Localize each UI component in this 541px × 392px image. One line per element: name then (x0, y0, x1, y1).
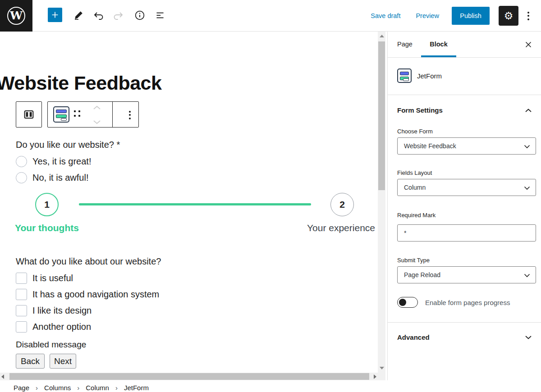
pencil-icon (73, 10, 84, 21)
block-movers (89, 105, 105, 125)
checkbox-input[interactable] (16, 289, 27, 300)
chevron-up-icon[interactable] (525, 108, 532, 113)
radio-option-label: Yes, it is great! (32, 156, 91, 167)
list-view-icon (154, 9, 166, 21)
preview-button[interactable]: Preview (416, 12, 439, 19)
undo-icon (93, 10, 105, 21)
progress-line (79, 203, 311, 205)
editor-top-bar: W Save draft Preview Publish ⚙ (0, 0, 541, 32)
breadcrumb-item-jetform[interactable]: JetForm (124, 384, 149, 392)
toolbar-separator (112, 101, 113, 128)
horizontal-scrollbar[interactable] (0, 373, 378, 380)
settings-toggle-button[interactable]: ⚙ (499, 6, 518, 26)
form-settings-panel-title[interactable]: Form Settings (397, 106, 443, 114)
advanced-panel-title[interactable]: Advanced (397, 333, 430, 341)
move-up-icon[interactable] (93, 105, 101, 110)
checkbox-input[interactable] (16, 321, 27, 333)
editor-canvas: Website Feedback Do you like o (0, 32, 378, 373)
checkbox-option-row: Another option (16, 321, 91, 333)
step-1-number: 1 (44, 199, 50, 210)
publish-button[interactable]: Publish (452, 7, 490, 25)
block-breadcrumb: Page › Columns › Column › JetForm (0, 380, 541, 392)
wordpress-editor: W Save draft Preview Publish ⚙ (0, 0, 541, 392)
chevron-down-icon (524, 186, 530, 190)
chevron-right-icon: › (115, 384, 118, 392)
drag-handle-icon[interactable] (74, 110, 80, 117)
submit-type-value: Page Reload (404, 271, 440, 278)
top-bar-actions: Save draft Preview Publish ⚙ (371, 0, 541, 32)
chevron-right-icon: › (77, 384, 79, 392)
step-2-number: 2 (339, 199, 345, 210)
block-card-title: JetForm (417, 72, 442, 80)
radio-input[interactable] (16, 156, 27, 167)
chevron-right-icon: › (36, 384, 38, 392)
vertical-scrollbar-thumb[interactable] (378, 41, 385, 190)
wordpress-logo-button[interactable]: W (0, 0, 32, 32)
select-parent-columns-button[interactable] (16, 101, 42, 128)
tab-block[interactable]: Block (421, 32, 456, 57)
sidebar-tabs: Page Block (388, 32, 541, 58)
fields-layout-value: Column (404, 184, 426, 191)
save-draft-button[interactable]: Save draft (371, 12, 400, 19)
edit-tool-button[interactable] (73, 9, 84, 21)
step-1-label: Your thoughts (15, 223, 79, 233)
breadcrumb-item-page[interactable]: Page (14, 384, 29, 392)
fields-layout-select[interactable]: Column (397, 179, 536, 196)
checkbox-option-label: I like its design (32, 305, 92, 316)
block-card: JetForm (388, 58, 541, 95)
kebab-icon (127, 109, 133, 121)
scrollbar-corner (378, 373, 385, 380)
close-sidebar-button[interactable] (523, 39, 534, 50)
chevron-down-icon (524, 145, 530, 149)
checkbox-input[interactable] (16, 273, 27, 284)
redo-button[interactable] (112, 9, 124, 21)
wordpress-icon: W (7, 7, 25, 25)
radio-input[interactable] (16, 172, 27, 183)
choose-form-label: Choose Form (397, 128, 433, 135)
scroll-left-arrow[interactable] (1, 374, 4, 379)
required-mark-input[interactable] (397, 224, 536, 242)
enable-progress-toggle[interactable] (397, 297, 418, 308)
fields-layout-label: Fields Layout (397, 169, 432, 176)
horizontal-scrollbar-thumb[interactable] (9, 373, 369, 380)
submit-type-select[interactable]: Page Reload (397, 266, 536, 283)
undo-button[interactable] (93, 9, 105, 21)
block-toolbar (47, 101, 139, 128)
jetform-block-icon[interactable] (53, 106, 69, 123)
move-down-icon[interactable] (93, 119, 101, 125)
scroll-down-arrow[interactable] (380, 367, 384, 369)
breadcrumb-item-column[interactable]: Column (86, 384, 109, 392)
toggle-knob (399, 299, 406, 306)
submit-type-label: Submit Type (397, 257, 430, 264)
chevron-down-icon[interactable] (525, 335, 532, 340)
form-pages-progress-row: Enable form pages progress (397, 297, 510, 308)
jetform-block-icon (397, 68, 412, 83)
progress-step-2: 2 (330, 193, 354, 216)
checkbox-option-row: It has a good navigation system (16, 289, 159, 300)
info-icon (134, 9, 146, 21)
form-next-button[interactable]: Next (50, 354, 76, 369)
checkbox-question-label: What do you like about our website? (16, 256, 161, 267)
progress-step-1: 1 (35, 193, 59, 216)
vertical-scrollbar[interactable] (378, 32, 385, 373)
choose-form-select[interactable]: Website Feedback (397, 137, 536, 155)
block-inserter-button[interactable] (48, 8, 62, 22)
settings-sidebar: Page Block JetForm Form Settings Choose … (387, 32, 541, 380)
tab-page[interactable]: Page (397, 32, 413, 57)
checkbox-option-row: It is useful (16, 273, 73, 284)
options-menu-button[interactable] (526, 10, 531, 22)
step-2-label: Your experience (307, 223, 375, 233)
radio-option-row: No, it is awful! (16, 172, 88, 183)
list-view-button[interactable] (154, 9, 166, 21)
wordpress-letter: W (10, 10, 23, 21)
scroll-right-arrow[interactable] (374, 374, 376, 379)
form-back-button[interactable]: Back (16, 354, 45, 369)
checkbox-option-label: Another option (32, 322, 91, 332)
choose-form-value: Website Feedback (404, 142, 456, 150)
block-options-button[interactable] (122, 107, 138, 123)
details-button[interactable] (134, 9, 146, 21)
breadcrumb-item-columns[interactable]: Columns (44, 384, 71, 392)
scroll-up-arrow[interactable] (380, 35, 384, 37)
checkbox-input[interactable] (16, 305, 27, 316)
post-title[interactable]: Website Feedback (0, 72, 161, 94)
